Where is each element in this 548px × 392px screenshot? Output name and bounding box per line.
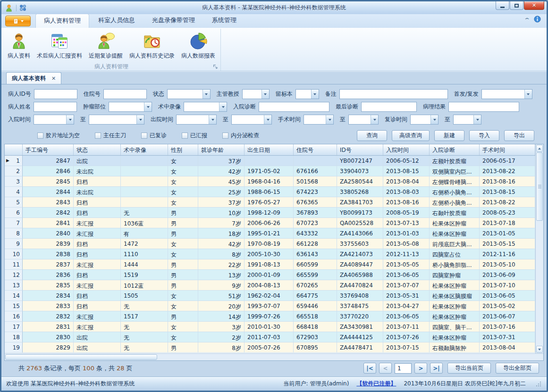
dropdown-button[interactable] xyxy=(264,115,271,124)
ribbon-button-patient-data-reports[interactable]: 病人数据报表 xyxy=(178,30,219,62)
ribbon-button-patient-data[interactable]: 病人资料 xyxy=(4,30,34,62)
field-combo-attending-professor[interactable] xyxy=(242,89,270,99)
dropdown-button[interactable] xyxy=(371,115,378,124)
column-header-intraop-video[interactable]: 术中录像 xyxy=(121,144,168,155)
new-button[interactable]: 新建 xyxy=(434,130,464,141)
column-header-birth-date[interactable]: 出生日期 xyxy=(244,144,294,155)
column-header-surgery-date[interactable]: 手术时间 xyxy=(480,144,535,155)
maximize-button[interactable] xyxy=(510,1,523,10)
column-header-status[interactable]: 状态 xyxy=(74,144,121,155)
table-row[interactable]: 52843归档女37岁1976-05-27676365ZA38417032013… xyxy=(5,197,535,208)
ribbon-button-postop-report-data[interactable]: 术后病人汇报资料 xyxy=(34,30,85,62)
ribbon-tab-patient-data-management[interactable]: 病人资料管理 xyxy=(35,14,89,28)
dropdown-button[interactable] xyxy=(261,90,269,99)
table-row[interactable]: 72841未汇报1036蓝男7岁2006-06-26670723QA002552… xyxy=(5,218,535,228)
field-combo-surgery-date-to[interactable] xyxy=(348,115,379,125)
tab-patient-basic-data[interactable]: 病人基本资料 ✕ xyxy=(6,72,61,84)
table-row[interactable]: 22846未出院女42岁1971-05-02676166339040732013… xyxy=(5,166,535,176)
ribbon-button-recent-revisit-reminder[interactable]: 近期复诊提醒 xyxy=(85,30,126,62)
dropdown-button[interactable] xyxy=(144,102,152,111)
column-header-admission-diagnosis[interactable]: 入院诊断 xyxy=(430,144,480,155)
import-button[interactable]: 导入 xyxy=(469,130,499,141)
field-combo-surgery-date-from[interactable] xyxy=(304,115,334,125)
horizontal-scroll-thumb[interactable] xyxy=(5,354,157,360)
pager-last-button[interactable]: >| xyxy=(430,363,443,374)
ribbon-button-patient-history-records[interactable]: 病人资料历史记录 xyxy=(126,30,178,62)
table-row[interactable]: 62842归档无男10岁1998-12-09367893YB0099173200… xyxy=(5,208,535,218)
checkbox-reported[interactable]: 已汇报 xyxy=(182,132,207,140)
dropdown-button[interactable] xyxy=(219,102,227,111)
checkbox-film-address-empty[interactable]: 胶片地址为空 xyxy=(37,132,80,140)
dialog-launcher-icon[interactable] xyxy=(212,64,218,69)
table-row[interactable]: 172831未汇报无女3岁2010-01-30668418ZA343098120… xyxy=(5,322,535,332)
resize-grip[interactable] xyxy=(536,381,542,387)
checkbox-chief-surgeon-operated[interactable]: 主任主刀 xyxy=(95,132,126,140)
field-combo-admission-date-to[interactable] xyxy=(89,115,144,125)
dropdown-button[interactable] xyxy=(430,115,438,124)
quick-access-icon[interactable] xyxy=(19,4,26,11)
field-input-patient-id[interactable] xyxy=(34,89,77,99)
field-combo-revisit-date-to[interactable] xyxy=(453,115,481,125)
checkbox-revisited[interactable]: 已复诊 xyxy=(141,132,167,140)
help-icon[interactable] xyxy=(534,16,541,25)
column-header-admission-date[interactable]: 入院时间 xyxy=(383,144,430,155)
dropdown-button[interactable] xyxy=(202,90,210,99)
table-row[interactable]: 32845归档女45岁1968-04-16501568ZA25805442013… xyxy=(5,176,535,187)
dropdown-button[interactable] xyxy=(326,115,333,124)
field-combo-discharge-date-from[interactable] xyxy=(176,115,217,125)
table-row[interactable]: 82840未汇报有男18岁1995-01-21643332ZA414306620… xyxy=(5,228,535,239)
minimize-button[interactable] xyxy=(496,1,509,10)
column-header-admission-no[interactable]: 住院号 xyxy=(294,144,337,155)
ribbon-tab-disc-video-management[interactable]: 光盘录像带管理 xyxy=(144,14,203,28)
scroll-down-button[interactable] xyxy=(536,346,543,353)
dropdown-button[interactable] xyxy=(524,90,532,99)
collapse-ribbon-icon[interactable]: ⌃ xyxy=(523,17,531,23)
pager-first-button[interactable]: |< xyxy=(363,363,376,374)
table-row[interactable]: 132835未汇报1012蓝男9岁2004-08-13670265ZA44708… xyxy=(5,280,535,291)
export-all-pages-button[interactable]: 导出全部页 xyxy=(496,363,539,374)
field-combo-specimen-kept[interactable] xyxy=(295,89,319,99)
checkbox-endocrine-exam[interactable]: 内分泌检查 xyxy=(222,132,259,140)
table-row[interactable]: 92839归档1472女42岁1970-08-19661228337556032… xyxy=(5,239,535,249)
dropdown-button[interactable] xyxy=(311,90,319,99)
field-input-admission-diagnosis[interactable] xyxy=(259,102,329,112)
column-header-gender[interactable]: 性别 xyxy=(168,144,198,155)
field-input-admission-no[interactable] xyxy=(103,89,147,99)
pager-page-input[interactable]: 1 xyxy=(395,363,412,374)
table-row[interactable]: 112837未汇报1444男22岁1991-08-13660599ZA40894… xyxy=(5,259,535,270)
dropdown-button[interactable] xyxy=(66,115,74,124)
table-row[interactable]: 182830出院无女2岁2011-07-03672903ZA4444125201… xyxy=(5,332,535,342)
dropdown-button[interactable] xyxy=(473,115,481,124)
table-row[interactable]: 42844未出院女25岁1988-06-15674223338052682013… xyxy=(5,187,535,197)
ribbon-tab-system-management[interactable]: 系统管理 xyxy=(204,14,244,28)
field-combo-first-or-recurrent[interactable] xyxy=(481,89,532,99)
column-header-visit-age[interactable]: 就诊年龄 xyxy=(198,144,244,155)
vertical-scrollbar[interactable] xyxy=(535,144,543,353)
field-combo-admission-date-from[interactable] xyxy=(34,115,74,125)
query-button[interactable]: 查询 xyxy=(357,130,387,141)
field-input-remarks[interactable] xyxy=(339,89,448,99)
close-button[interactable]: ✕ xyxy=(524,1,544,10)
pager-prev-button[interactable]: < xyxy=(379,363,392,374)
field-combo-discharge-date-to[interactable] xyxy=(231,115,272,125)
field-combo-status[interactable] xyxy=(167,89,211,99)
tab-close-icon[interactable]: ✕ xyxy=(51,75,56,82)
application-menu-button[interactable] xyxy=(5,16,31,26)
table-row[interactable]: 102838归档1110女8岁2005-10-30636143ZA4214073… xyxy=(5,249,535,259)
vertical-scroll-track[interactable] xyxy=(536,221,543,345)
field-input-patient-name[interactable] xyxy=(34,102,77,112)
table-row[interactable]: ▶12847出院女37岁YB00721472006-05-12左额叶胶质瘤200… xyxy=(5,156,535,166)
table-row[interactable]: 142834归档1505女51岁1962-02-0466477533769408… xyxy=(5,291,535,301)
horizontal-scrollbar[interactable] xyxy=(5,353,543,360)
field-combo-tumor-site[interactable] xyxy=(109,102,152,112)
export-button[interactable]: 导出 xyxy=(504,130,534,141)
column-header-manual-no[interactable]: 手工编号 xyxy=(23,144,74,155)
column-header-id-no[interactable]: ID号 xyxy=(337,144,383,155)
field-input-pathology-result[interactable] xyxy=(448,102,519,112)
registration-status-link[interactable]: 【软件已注册】 xyxy=(356,380,396,388)
table-row[interactable]: 152833归档无女20岁1993-07-0765944633748475201… xyxy=(5,301,535,311)
table-row[interactable]: 192829出院无男8岁2005-07-26670895ZA4478471201… xyxy=(5,342,535,353)
export-current-page-button[interactable]: 导出当前页 xyxy=(447,363,491,374)
advanced-query-button[interactable]: 高级查询 xyxy=(392,130,430,141)
pager-next-button[interactable]: > xyxy=(414,363,427,374)
